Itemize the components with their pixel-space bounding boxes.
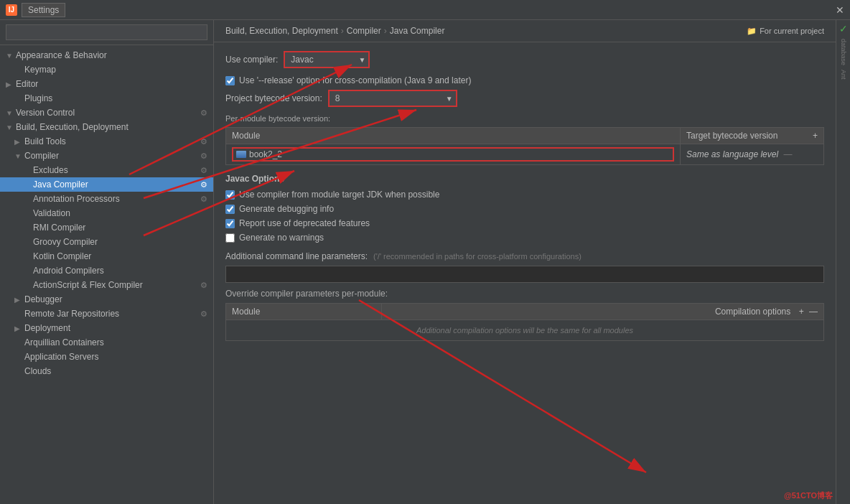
- arrow-icon: ▶: [14, 138, 23, 146]
- module-col-header: Module: [226, 128, 681, 144]
- bytecode-select[interactable]: 8 9 10 11: [328, 90, 457, 107]
- sidebar-item-app-servers[interactable]: Application Servers: [0, 350, 213, 364]
- search-bar: 🔍: [0, 20, 213, 45]
- arrow-icon: ▼: [6, 123, 14, 131]
- sidebar-item-keymap[interactable]: Keymap: [0, 62, 213, 77]
- arrow-icon: ▼: [6, 52, 14, 60]
- javac-option-row-1: Generate debugging info: [225, 204, 824, 214]
- javac-options-section: Javac Options Use compiler from module t…: [225, 174, 824, 243]
- breadcrumb-part-3: Java Compiler: [390, 26, 445, 36]
- settings-icon: ⚙: [200, 281, 207, 290]
- additional-params-input[interactable]: [225, 266, 824, 283]
- sidebar-item-label: Annotation Processors: [33, 194, 197, 204]
- app-logo: IJ: [6, 4, 17, 16]
- override-label: Override compiler parameters per-module:: [225, 289, 824, 299]
- add-module-button[interactable]: +: [813, 131, 818, 141]
- sidebar-item-appearance[interactable]: ▼ Appearance & Behavior: [0, 48, 213, 62]
- javac-option-checkbox-2[interactable]: [225, 219, 235, 228]
- release-option-checkbox[interactable]: [225, 76, 235, 85]
- sidebar-item-arquillian[interactable]: Arquillian Containers: [0, 335, 213, 350]
- sidebar-item-clouds[interactable]: Clouds: [0, 364, 213, 378]
- sidebar-item-label: RMI Compiler: [33, 223, 207, 233]
- sidebar-item-editor[interactable]: ▶ Editor: [0, 77, 213, 91]
- arrow-icon: ▶: [14, 296, 23, 304]
- sidebar-item-version-control[interactable]: ▼ Version Control ⚙: [0, 106, 213, 120]
- sidebar-item-groovy-compiler[interactable]: Groovy Compiler: [0, 235, 213, 249]
- remove-override-button[interactable]: —: [809, 307, 818, 317]
- sidebar-item-java-compiler[interactable]: Java Compiler ⚙: [0, 177, 213, 192]
- project-icon: 📁: [747, 27, 757, 36]
- arrow-icon: ▼: [6, 109, 14, 117]
- sidebar-tree: ▼ Appearance & Behavior Keymap ▶ Editor …: [0, 45, 213, 504]
- sidebar-item-label: Clouds: [24, 366, 207, 376]
- sidebar-item-excludes[interactable]: Excludes ⚙: [0, 163, 213, 177]
- javac-option-label-0: Use compiler from module target JDK when…: [239, 190, 439, 200]
- settings-icon: ⚙: [200, 180, 207, 190]
- module-name-label: book2_2: [249, 149, 282, 159]
- override-table: Module Compilation options + — Additiona…: [225, 303, 824, 341]
- javac-option-checkbox-0[interactable]: [225, 190, 235, 200]
- per-module-label: Per-module bytecode version:: [225, 114, 824, 123]
- close-button[interactable]: ✕: [836, 4, 844, 16]
- sidebar-item-label: Excludes: [33, 165, 197, 175]
- sidebar-item-label: ActionScript & Flex Compiler: [33, 280, 197, 290]
- breadcrumb-sep-2: ›: [384, 26, 387, 36]
- compiler-select[interactable]: Javac Eclipse Ajc: [284, 51, 370, 68]
- breadcrumb-part-2: Compiler: [347, 26, 381, 36]
- additional-params-row: Additional command line parameters: ('/'…: [225, 251, 824, 283]
- remove-module-button[interactable]: —: [783, 149, 792, 159]
- release-option-row: Use '--release' option for cross-compila…: [225, 75, 824, 85]
- settings-icon: ⚙: [200, 309, 207, 319]
- javac-option-label-3: Generate no warnings: [239, 233, 324, 243]
- arrow-icon: ▶: [14, 325, 23, 332]
- sidebar-item-label: Appearance & Behavior: [16, 50, 207, 60]
- sidebar-item-remote-jar[interactable]: Remote Jar Repositories ⚙: [0, 307, 213, 321]
- sidebar-item-android-compilers[interactable]: Android Compilers: [0, 263, 213, 278]
- search-input[interactable]: [6, 24, 207, 40]
- sidebar-item-compiler[interactable]: ▼ Compiler ⚙: [0, 149, 213, 163]
- database-tab[interactable]: database: [840, 39, 847, 65]
- module-name-highlighted: book2_2: [232, 147, 674, 162]
- sidebar-item-actionscript[interactable]: ActionScript & Flex Compiler ⚙: [0, 278, 213, 292]
- javac-option-checkbox-3[interactable]: [225, 233, 235, 243]
- additional-params-hint: ('/' recommended in paths for cross-plat…: [373, 252, 582, 261]
- sidebar-item-label: Application Servers: [24, 352, 207, 362]
- bytecode-version-row: Project bytecode version: 8 9 10 11 ▼: [225, 90, 824, 107]
- use-compiler-row: Use compiler: Javac Eclipse Ajc ▼: [225, 51, 824, 68]
- sidebar-item-label: Keymap: [24, 65, 207, 75]
- sidebar-item-label: Kotlin Compiler: [33, 251, 207, 261]
- title-bar: IJ Settings ✕: [0, 0, 850, 20]
- breadcrumb-part-1: Build, Execution, Deployment: [225, 26, 338, 36]
- sidebar-item-deployment[interactable]: ▶ Deployment: [0, 321, 213, 335]
- table-row: book2_2 Same as language level —: [226, 144, 824, 165]
- override-empty-text: Additional compilation options will be t…: [226, 320, 824, 341]
- sidebar-item-label: Debugger: [24, 294, 207, 304]
- sidebar-item-build-tools[interactable]: ▶ Build Tools ⚙: [0, 134, 213, 149]
- sidebar-item-debugger[interactable]: ▶ Debugger: [0, 292, 213, 307]
- release-option-label: Use '--release' option for cross-compila…: [239, 75, 471, 85]
- bytecode-select-wrapper: 8 9 10 11 ▼: [328, 90, 457, 107]
- breadcrumb-sep-1: ›: [341, 26, 344, 36]
- breadcrumb: Build, Execution, Deployment › Compiler …: [214, 20, 836, 42]
- sidebar-item-label: Validation: [33, 208, 207, 218]
- additional-params-label: Additional command line parameters:: [225, 251, 368, 261]
- sidebar-item-plugins[interactable]: Plugins: [0, 91, 213, 106]
- ant-tab[interactable]: Ant: [840, 70, 847, 80]
- settings-icon: ⚙: [200, 166, 207, 175]
- arrow-icon: ▶: [6, 80, 14, 88]
- javac-option-row-0: Use compiler from module target JDK when…: [225, 190, 824, 200]
- override-section: Override compiler parameters per-module:…: [225, 289, 824, 341]
- override-module-col: Module: [226, 304, 382, 320]
- add-override-button[interactable]: +: [799, 307, 804, 317]
- sidebar-item-label: Groovy Compiler: [33, 237, 207, 247]
- sidebar-item-rmi-compiler[interactable]: RMI Compiler: [0, 220, 213, 235]
- javac-option-checkbox-1[interactable]: [225, 205, 235, 214]
- sidebar-item-annotation-processors[interactable]: Annotation Processors ⚙: [0, 192, 213, 206]
- sidebar-item-kotlin-compiler[interactable]: Kotlin Compiler: [0, 249, 213, 263]
- javac-options-title: Javac Options: [225, 174, 824, 184]
- settings-title: Settings: [22, 3, 65, 17]
- sidebar-item-validation[interactable]: Validation: [0, 206, 213, 220]
- target-version-cell: Same as language level —: [681, 144, 824, 165]
- settings-icon: ⚙: [200, 108, 207, 118]
- sidebar-item-build-execution[interactable]: ▼ Build, Execution, Deployment: [0, 120, 213, 134]
